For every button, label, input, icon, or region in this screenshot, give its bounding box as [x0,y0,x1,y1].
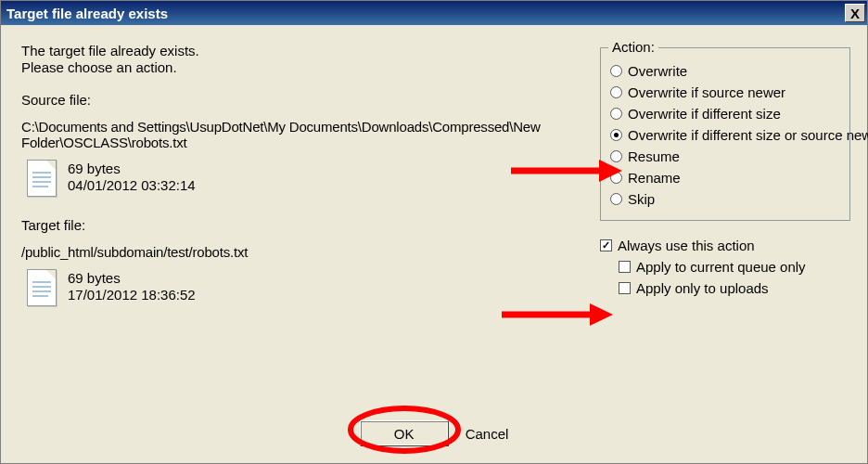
radio-overwrite-newer[interactable]: Overwrite if source newer [610,84,842,100]
radio-icon [610,193,622,205]
titlebar: Target file already exists X [1,1,867,25]
source-size: 69 bytes [68,161,196,176]
button-row: OK Cancel [1,420,867,446]
radio-label: Overwrite [628,63,687,79]
radio-resume[interactable]: Resume [610,148,842,164]
radio-overwrite-size[interactable]: Overwrite if different size [610,106,842,122]
checkbox-icon [619,261,631,273]
source-label: Source file: [21,92,591,108]
left-panel: The target file already exists. Please c… [21,42,600,306]
ok-button-label: OK [394,426,415,442]
cancel-button[interactable]: Cancel [466,420,509,446]
check-label: Apply to current queue only [636,259,806,275]
always-group: Always use this action Apply to current … [600,238,850,296]
close-button[interactable]: X [845,4,865,22]
radio-overwrite[interactable]: Overwrite [610,63,842,79]
radio-icon [610,150,622,162]
radio-icon [610,65,622,77]
message-line-2: Please choose an action. [21,59,591,75]
check-uploads-only[interactable]: Apply only to uploads [619,280,850,296]
target-label: Target file: [21,217,591,233]
check-label: Apply only to uploads [636,280,769,296]
radio-label: Rename [628,170,681,186]
radio-label: Overwrite if source newer [628,84,785,100]
radio-rename[interactable]: Rename [610,170,842,186]
check-label: Always use this action [618,238,755,253]
radio-skip[interactable]: Skip [610,191,842,207]
right-panel: Action: Overwrite Overwrite if source ne… [600,42,850,306]
radio-label: Overwrite if different size or source ne… [628,127,868,143]
title-text: Target file already exists [6,6,168,21]
message-line-1: The target file already exists. [21,43,591,58]
checkbox-icon [600,239,612,251]
file-icon [27,160,57,197]
source-date: 04/01/2012 03:32:14 [68,177,196,193]
radio-label: Skip [628,191,655,207]
source-path: C:\Documents and Settings\UsupDotNet\My … [21,119,591,150]
radio-icon [610,129,622,141]
radio-icon [610,172,622,184]
target-size: 69 bytes [68,270,196,286]
radio-icon [610,108,622,120]
target-date: 17/01/2012 18:36:52 [68,287,196,303]
checkbox-icon [619,282,631,294]
radio-label: Resume [628,148,680,164]
cancel-button-label: Cancel [466,426,509,442]
ok-button[interactable]: OK [360,420,449,446]
radio-label: Overwrite if different size [628,106,781,122]
action-group: Action: Overwrite Overwrite if source ne… [600,47,850,221]
radio-overwrite-size-or-newer[interactable]: Overwrite if different size or source ne… [610,127,842,143]
target-file-block: 69 bytes 17/01/2012 18:36:52 [27,269,591,306]
check-queue-only[interactable]: Apply to current queue only [619,259,850,275]
source-file-block: 69 bytes 04/01/2012 03:32:14 [27,160,591,197]
close-icon: X [850,6,860,20]
radio-icon [610,86,622,98]
target-path: /public_html/subdomain/test/robots.txt [21,244,591,260]
file-icon [27,269,57,306]
dialog-window: Target file already exists X The target … [0,0,868,464]
check-always[interactable]: Always use this action [600,238,850,253]
action-legend: Action: [608,39,658,55]
